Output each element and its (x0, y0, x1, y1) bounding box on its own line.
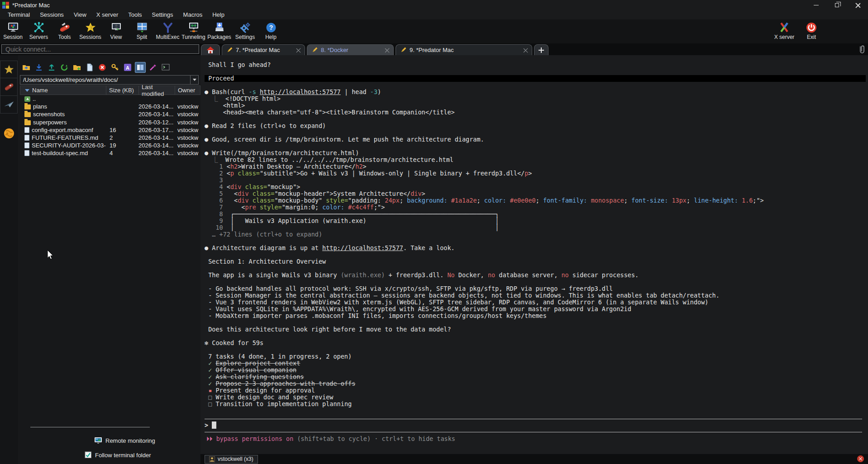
file-name: plans (33, 103, 47, 110)
help-button[interactable]: ? Help (258, 19, 284, 43)
sidebar-tab-network[interactable] (0, 124, 18, 142)
servers-button[interactable]: Servers (26, 19, 52, 43)
terminal-line (205, 319, 866, 326)
terminal-line: 9 │ Wails v3 Application (wraith.exe) │ (205, 218, 866, 224)
minimize-button-icon[interactable] (806, 0, 826, 10)
file-browser-panel: A /Users/vstockwell/repos/wraith/docs/ N… (18, 55, 200, 464)
paperclip-icon[interactable] (857, 45, 866, 55)
checkbox-checked-icon[interactable] (85, 451, 92, 459)
menu-item-tools[interactable]: Tools (123, 10, 147, 19)
terminal-line: … +72 lines (ctrl+o to expand) (205, 231, 866, 238)
column-header-name[interactable]: Name (20, 86, 106, 95)
column-header-modified[interactable]: Last modified (139, 86, 175, 95)
terminal-line: 10 │ │ (205, 224, 866, 231)
tab-close-icon[interactable] (385, 48, 389, 52)
prompt-divider-bottom (205, 432, 862, 432)
home-tab[interactable] (201, 44, 220, 55)
view-icon (110, 21, 123, 33)
tab-close-icon[interactable] (523, 48, 528, 52)
file-row[interactable]: .. (20, 95, 200, 103)
quick-connect-input[interactable] (1, 44, 199, 54)
bottom-session-tab-label: vstockwell (x3) (218, 456, 253, 462)
help-icon: ? (265, 21, 277, 33)
dual-panel-icon[interactable] (135, 62, 146, 73)
terminal-icon[interactable] (160, 62, 171, 73)
multiexec-button-label: MultiExec (156, 34, 179, 40)
tab-predator-mac-7[interactable]: 7. *Predator Mac (222, 44, 305, 55)
prompt-row[interactable]: > (205, 421, 216, 429)
column-header-owner[interactable]: Owner (175, 86, 200, 95)
terminal-status-line: ⏵⏵ bypass permissions on (shift+tab to c… (206, 435, 455, 443)
key-icon[interactable] (110, 62, 120, 73)
terminal-line (205, 251, 866, 258)
font-icon[interactable]: A (122, 62, 133, 73)
file-icon (24, 142, 29, 148)
terminal-line: 7 <pre style="margin:0; color: #c4c4ff;"… (205, 204, 866, 211)
file-row[interactable]: SECURITY-AUDIT-2026-03-1...192026-03-14.… (20, 142, 200, 149)
current-path: /Users/vstockwell/repos/wraith/docs/ (20, 76, 190, 83)
bottom-session-tab[interactable]: vstockwell (x3) (205, 455, 258, 464)
folder-up-icon[interactable] (21, 62, 32, 73)
file-icon (24, 135, 29, 141)
file-row[interactable]: test-buildout-spec.md42026-03-14...vstoc… (20, 149, 200, 157)
new-folder-icon[interactable] (72, 62, 82, 73)
sidebar-icon-strip (0, 55, 18, 464)
swiss-knife-icon (4, 81, 14, 92)
file-list: ..plans2026-03-14...vstockwscreenshots20… (20, 95, 200, 157)
menu-item-x-server[interactable]: X server (91, 10, 123, 19)
file-size: 2 (106, 134, 138, 141)
file-row[interactable]: config-export.mobaconf162026-03-17...vst… (20, 126, 200, 134)
delete-icon[interactable] (97, 62, 108, 73)
file-modified: 2026-03-14... (138, 150, 175, 156)
terminal-line: ✓ Explore project context (205, 360, 866, 367)
view-button[interactable]: View (103, 19, 129, 43)
packages-button[interactable]: Packages (206, 19, 232, 43)
sidebar-tab-macros[interactable] (0, 96, 18, 114)
settings-button[interactable]: Settings (232, 19, 258, 43)
column-header-size[interactable]: Size (KB) (106, 86, 139, 95)
menu-item-help[interactable]: Help (207, 10, 229, 19)
tab-label: 8. *Docker (321, 47, 348, 53)
tab-docker-8[interactable]: 8. *Docker (307, 44, 394, 55)
maximize-button-icon[interactable] (826, 0, 847, 10)
exit-power-icon (805, 21, 818, 33)
refresh-icon[interactable] (59, 62, 70, 73)
terminal-line: Does this architecture look right before… (205, 326, 866, 333)
terminal-line: Shall I go ahead? (205, 62, 866, 68)
settings-gear-icon (239, 21, 252, 33)
menu-item-view[interactable]: View (69, 10, 91, 19)
new-tab-button[interactable] (534, 44, 548, 55)
path-dropdown-button[interactable] (190, 76, 198, 84)
download-icon[interactable] (33, 62, 44, 73)
new-file-icon[interactable] (84, 62, 95, 73)
sidebar-tab-sessions[interactable] (0, 61, 18, 78)
xserver-button[interactable]: X server (770, 19, 798, 43)
terminal[interactable]: Shall I go ahead? Proceed ● Bash(curl -s… (200, 55, 868, 454)
tools-button[interactable]: Tools (52, 19, 77, 43)
sessions-button[interactable]: Sessions (77, 19, 103, 43)
exit-button[interactable]: Exit (798, 19, 825, 43)
follow-terminal-folder-control[interactable]: Follow terminal folder (85, 451, 151, 459)
remote-monitoring-control[interactable]: Remote monitoring (94, 437, 155, 444)
tab-close-icon[interactable] (296, 48, 300, 52)
session-button[interactable]: Session (0, 19, 26, 43)
menu-item-sessions[interactable]: Sessions (35, 10, 69, 19)
sidebar-tab-tools[interactable] (0, 78, 18, 96)
file-row[interactable]: FUTURE-FEATURES.md22026-03-14...vstockw (20, 134, 200, 142)
close-button-icon[interactable] (847, 0, 868, 10)
multiexec-button[interactable]: MultiExec (155, 19, 181, 43)
split-button[interactable]: Split (129, 19, 155, 43)
upload-icon[interactable] (46, 62, 57, 73)
menu-item-macros[interactable]: Macros (178, 10, 208, 19)
menu-item-terminal[interactable]: Terminal (3, 10, 35, 19)
file-row[interactable]: superpowers2026-03-12...vstockw (20, 118, 200, 126)
close-session-icon[interactable] (857, 455, 864, 462)
file-row[interactable]: screenshots2026-03-14...vstockw (20, 110, 200, 118)
file-row[interactable]: plans2026-03-14...vstockw (20, 103, 200, 110)
menu-item-settings[interactable]: Settings (147, 10, 178, 19)
tab-predator-mac-9[interactable]: 9. *Predator Mac (396, 44, 532, 55)
magic-wand-icon[interactable] (148, 62, 158, 73)
tunneling-button[interactable]: Tunneling (181, 19, 206, 43)
terminal-line (205, 82, 866, 89)
terminal-line: ✻ Cooked for 59s (205, 340, 866, 346)
